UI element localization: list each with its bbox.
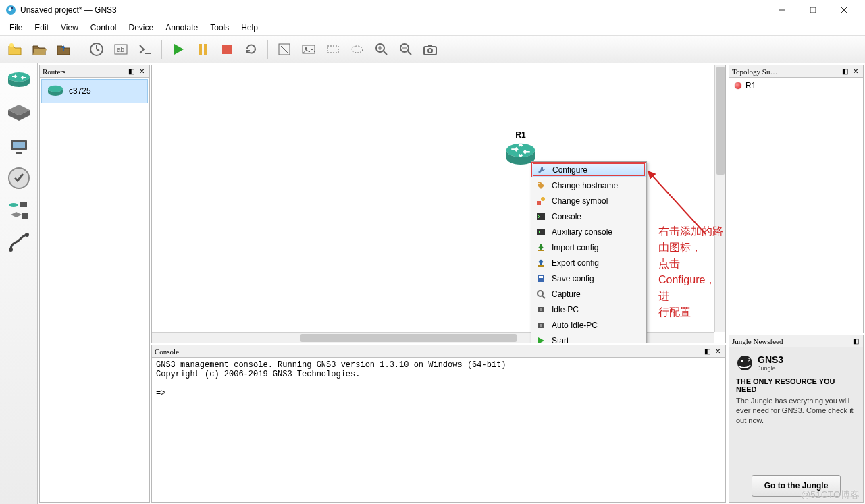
svg-rect-14 — [204, 44, 207, 55]
reload-all-button[interactable] — [240, 38, 262, 60]
ctx-item-label: Auxiliary console — [552, 227, 612, 237]
ctx-console[interactable]: Console — [531, 208, 646, 224]
menu-view[interactable]: View — [55, 22, 84, 34]
svg-point-29 — [428, 49, 432, 53]
ctx-idle-pc[interactable]: Idle-PC — [531, 302, 646, 317]
newsfeed-body: The Jungle has everything you will ever … — [736, 396, 856, 425]
topology-summary-panel: Topology Su… ◧ ✕ R1 — [729, 65, 864, 333]
newsfeed-panel-title: Jungle Newsfeed — [732, 337, 849, 345]
import-icon — [535, 242, 546, 253]
go-to-jungle-button[interactable]: Go to the Jungle — [752, 475, 841, 497]
panel-float-icon[interactable]: ◧ — [840, 67, 849, 76]
svg-line-26 — [408, 51, 411, 55]
svg-point-1 — [11, 7, 13, 9]
panel-close-icon[interactable]: ✕ — [713, 347, 723, 356]
stop-all-button[interactable] — [216, 38, 238, 60]
open-project-button[interactable] — [28, 38, 50, 60]
device-end-button[interactable] — [4, 131, 34, 161]
ctx-aux-console[interactable]: Auxiliary console — [531, 224, 646, 240]
router-template-item[interactable]: c3725 — [41, 79, 148, 103]
svg-rect-37 — [20, 202, 27, 207]
device-all-button[interactable] — [4, 196, 34, 225]
svg-point-31 — [8, 72, 30, 82]
menu-device[interactable]: Device — [124, 22, 159, 34]
save-project-button[interactable] — [53, 38, 74, 60]
panel-close-icon[interactable]: ✕ — [851, 67, 860, 76]
console-output[interactable]: GNS3 management console. Running GNS3 ve… — [152, 358, 725, 502]
pause-all-button[interactable] — [192, 38, 213, 60]
panel-float-icon[interactable]: ◧ — [126, 67, 136, 76]
menu-edit[interactable]: Edit — [29, 22, 54, 34]
router-template-label: c3725 — [69, 86, 91, 96]
menu-tools[interactable]: Tools — [205, 22, 234, 34]
device-routers-button[interactable] — [4, 66, 34, 96]
ctx-capture[interactable]: Capture — [531, 286, 646, 302]
search-icon — [535, 289, 546, 300]
ctx-configure[interactable]: Configure — [531, 162, 646, 177]
panel-float-icon[interactable]: ◧ — [851, 337, 860, 346]
ctx-export-config[interactable]: Export config — [531, 255, 646, 271]
show-labels-button[interactable]: ab — [110, 38, 132, 60]
start-all-button[interactable] — [167, 38, 189, 60]
annotate-rect-button[interactable] — [322, 38, 344, 60]
node-label: R1 — [515, 130, 525, 140]
svg-rect-33 — [13, 142, 25, 148]
terminal-icon — [535, 227, 546, 237]
zoom-out-button[interactable] — [395, 38, 417, 60]
window-maximize-button[interactable] — [797, 0, 829, 20]
device-switches-button[interactable] — [4, 99, 34, 128]
svg-rect-15 — [222, 45, 232, 54]
ctx-item-label: Configure — [552, 165, 587, 175]
ctx-start[interactable]: Start — [531, 333, 646, 343]
svg-line-9 — [97, 49, 99, 51]
app-icon — [5, 5, 16, 16]
zoom-in-button[interactable] — [371, 38, 392, 60]
device-security-button[interactable] — [4, 163, 34, 193]
ctx-change-symbol[interactable]: Change symbol — [531, 193, 646, 208]
topology-node-label: R1 — [745, 81, 756, 90]
svg-rect-55 — [540, 308, 542, 311]
window-minimize-button[interactable] — [766, 0, 797, 20]
ctx-item-label: Change hostname — [552, 181, 618, 190]
newsfeed-headline: THE ONLY RESOURCE YOU NEED — [736, 377, 856, 393]
save-icon — [535, 273, 546, 284]
topology-node-item[interactable]: R1 — [733, 80, 859, 91]
window-close-button[interactable] — [829, 0, 860, 20]
snapshot-button[interactable] — [86, 38, 107, 60]
panel-float-icon[interactable]: ◧ — [702, 347, 712, 356]
annotation-text: 右击添加的路由图标， 点击Configure，进 行配置 — [658, 223, 725, 320]
svg-rect-38 — [22, 213, 28, 219]
add-link-button[interactable] — [4, 228, 34, 258]
menu-annotate[interactable]: Annotate — [160, 22, 203, 34]
svg-line-53 — [542, 296, 545, 298]
ctx-import-config[interactable]: Import config — [531, 240, 646, 255]
menu-help[interactable]: Help — [236, 22, 263, 34]
ctx-auto-idle-pc[interactable]: Auto Idle-PC — [531, 317, 646, 333]
routers-panel: Routers ◧ ✕ c3725 — [39, 65, 150, 503]
ctx-save-config[interactable]: Save config — [531, 271, 646, 286]
menu-control[interactable]: Control — [85, 22, 122, 34]
svg-rect-44 — [537, 201, 541, 205]
annotate-image-button[interactable] — [298, 38, 319, 60]
annotate-ellipse-button[interactable] — [346, 38, 368, 60]
device-toolbox — [0, 63, 38, 504]
screenshot-button[interactable] — [419, 38, 441, 60]
topology-canvas[interactable]: R1 ConfigureChange hostnameChange symbol… — [151, 65, 726, 343]
terminal-icon — [535, 211, 546, 222]
export-icon — [535, 258, 546, 269]
wrench-icon — [536, 165, 547, 175]
routers-list: c3725 — [40, 78, 149, 502]
svg-rect-57 — [540, 324, 542, 327]
console-all-button[interactable] — [134, 38, 156, 60]
menu-file[interactable]: File — [4, 22, 28, 34]
svg-point-18 — [305, 47, 307, 50]
gns3-jungle-logo: GNS3 Jungle — [736, 354, 856, 372]
ctx-item-label: Save config — [552, 274, 594, 283]
svg-rect-19 — [327, 46, 338, 53]
new-project-button[interactable] — [4, 38, 26, 60]
svg-point-36 — [9, 203, 18, 207]
svg-rect-34 — [16, 152, 22, 154]
panel-close-icon[interactable]: ✕ — [137, 67, 147, 76]
annotate-note-button[interactable] — [273, 38, 295, 60]
ctx-change-hostname[interactable]: Change hostname — [531, 177, 646, 193]
